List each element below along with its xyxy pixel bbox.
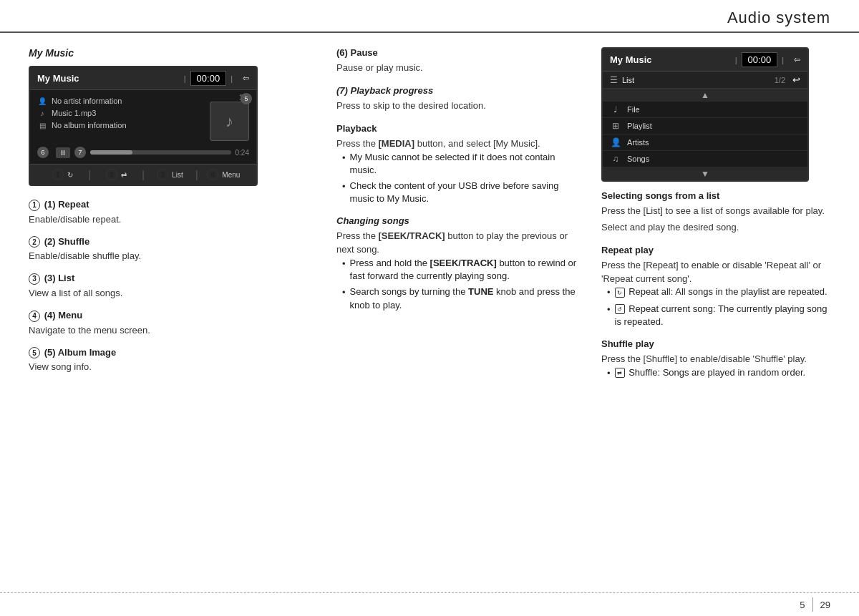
screen-footer: 1 ↻ | 2 ⇄ | 3 List | 4 Menu xyxy=(30,164,256,185)
screen-sep2: | xyxy=(230,74,233,83)
page-header: Audio system xyxy=(0,0,859,33)
artist-row: 👤 No artist information xyxy=(37,96,203,106)
list-label: List xyxy=(172,171,183,179)
item-list-heading: 3 (3) List xyxy=(29,273,315,285)
my-music-section-title: My Music xyxy=(29,47,315,59)
list-scroll-down[interactable]: ▼ xyxy=(603,167,807,180)
changing-songs-heading: Changing songs xyxy=(336,215,580,226)
num3-label: 3 xyxy=(157,169,168,180)
changing-bullet2: • Search songs by turning the TUNE knob … xyxy=(336,285,580,311)
repeat-play-heading: Repeat play xyxy=(601,245,830,255)
footer-num3[interactable]: 3 List xyxy=(145,169,195,180)
list-header-back-icon[interactable]: ↩ xyxy=(792,74,800,85)
album-art-note-icon: ♪ xyxy=(225,112,233,131)
playback-heading: Playback xyxy=(336,123,580,134)
footer-chapter: 5 xyxy=(800,600,805,610)
screen-time: 00:00 xyxy=(190,71,227,86)
num4-label: 4 xyxy=(207,169,218,180)
progress-bar-fill xyxy=(90,150,132,155)
media-bold: [MEDIA] xyxy=(379,138,415,149)
item-menu-heading: 4 (4) Menu xyxy=(29,310,315,322)
seek-bold: [SEEK/TRACK] xyxy=(379,230,445,241)
item-repeat-text: Enable/disable repeat. xyxy=(29,213,315,226)
seek-bold2: [SEEK/TRACK] xyxy=(430,258,497,268)
no-album-text: No album information xyxy=(52,121,127,129)
shuffle-icon: ⇄ xyxy=(615,368,625,378)
progress-area: 6 ⏸ 7 0:24 xyxy=(37,147,249,158)
list-screen-header: My Music | 00:00 | ⇦ xyxy=(603,49,807,72)
repeat-all-icon: ↻ xyxy=(615,288,625,298)
repeat-current-icon: ↺ xyxy=(615,304,625,314)
list-item-artists[interactable]: 👤 Artists xyxy=(603,135,807,151)
item-album-text: View song info. xyxy=(29,361,315,373)
changing-bullet1: • Press and hold the [SEEK/TRACK] button… xyxy=(336,257,580,283)
repeat-play-intro: Press the [Repeat] to enable or disable … xyxy=(601,259,830,286)
repeat-icon: ↻ xyxy=(67,171,73,179)
screen-header: My Music | 00:00 | ⇦ xyxy=(30,67,256,90)
item-menu-text: Navigate to the menu screen. xyxy=(29,324,315,337)
item-repeat-heading: 1 (1) Repeat xyxy=(29,199,315,211)
item-repeat: 1 (1) Repeat Enable/disable repeat. xyxy=(29,199,315,226)
list-item-playlist[interactable]: ⊞ Playlist xyxy=(603,118,807,135)
bullet-dot4: • xyxy=(342,286,346,311)
list-screen: My Music | 00:00 | ⇦ ☰ List 1/2 ↩ ▲ ♩ Fi… xyxy=(601,47,809,182)
section-pause: (6) Pause Pause or play music. xyxy=(336,47,580,75)
progress-time: 0:24 xyxy=(236,149,249,157)
changing-songs-intro: Press the [SEEK/TRACK] button to play th… xyxy=(336,230,580,257)
music-screen: My Music | 00:00 | ⇦ 1/8 👤 No artist inf… xyxy=(29,66,258,186)
pause-heading: (6) Pause xyxy=(336,47,580,58)
item-album: 5 (5) Album Image View song info. xyxy=(29,347,315,374)
list-screen-sep: | xyxy=(735,56,737,64)
playback-bullet1-text: My Music cannot be selected if it does n… xyxy=(350,151,580,177)
playback-intro: Press the [MEDIA] button, and select [My… xyxy=(336,137,580,151)
artists-label: Artists xyxy=(627,138,800,147)
section-selecting-songs: Selecting songs from a list Press the [L… xyxy=(601,190,830,235)
list-icon: ☰ xyxy=(610,75,618,85)
footer-num4[interactable]: 4 Menu xyxy=(198,169,249,180)
repeat-bullet-dot1: • xyxy=(607,286,611,299)
selecting-songs-text2: Select and play the desired song. xyxy=(601,221,830,235)
playback-bullet1: • My Music cannot be selected if it does… xyxy=(336,151,580,177)
track-info: 👤 No artist information ♪ Music 1.mp3 ▤ … xyxy=(37,96,249,141)
pause-button[interactable]: ⏸ xyxy=(56,147,70,158)
repeat-bullet-dot2: • xyxy=(607,303,611,328)
footer-divider xyxy=(812,597,813,612)
shuffle-bullet1-text: ⇄ Shuffle: Songs are played in random or… xyxy=(615,366,806,380)
music-icon: ♪ xyxy=(37,108,47,118)
list-item-file[interactable]: ♩ File xyxy=(603,102,807,118)
section-playback: Playback Press the [MEDIA] button, and s… xyxy=(336,123,580,206)
playlist-icon: ⊞ xyxy=(610,121,621,131)
footer-page: 29 xyxy=(820,600,830,610)
num1-label: 1 xyxy=(52,169,64,180)
item-shuffle-heading: 2 (2) Shuffle xyxy=(29,236,315,248)
tune-bold: TUNE xyxy=(468,286,493,297)
selecting-songs-heading: Selecting songs from a list xyxy=(601,190,830,201)
main-content: My Music My Music | 00:00 | ⇦ 1/8 👤 No a… xyxy=(0,33,859,390)
repeat-bullet1: • ↻ Repeat all: All songs in the playlis… xyxy=(601,285,830,299)
playback-bullet2: • Check the content of your USB drive be… xyxy=(336,180,580,205)
album-art-container: ♪ 5 xyxy=(210,96,249,141)
left-column: My Music My Music | 00:00 | ⇦ 1/8 👤 No a… xyxy=(29,47,329,390)
section-repeat-play: Repeat play Press the [Repeat] to enable… xyxy=(601,245,830,328)
progress-badge: 7 xyxy=(74,147,86,158)
songs-icon: ♫ xyxy=(610,154,621,164)
list-header-label: List xyxy=(622,76,775,84)
track-name-row: ♪ Music 1.mp3 xyxy=(37,108,203,118)
shuffle-play-heading: Shuffle play xyxy=(601,338,830,349)
album-badge: 5 xyxy=(241,93,252,104)
footer-num2: 2 ⇄ xyxy=(91,169,142,180)
album-art: ♪ xyxy=(210,102,249,141)
item-shuffle: 2 (2) Shuffle Enable/disable shuffle pla… xyxy=(29,236,315,263)
repeat-bullet2: • ↺ Repeat current song: The currently p… xyxy=(601,303,830,328)
artist-icon: 👤 xyxy=(37,96,47,106)
progress-bar[interactable] xyxy=(90,150,231,155)
list-scroll-up[interactable]: ▲ xyxy=(603,89,807,102)
item-album-heading: 5 (5) Album Image xyxy=(29,347,315,359)
screen-back-icon: ⇦ xyxy=(243,74,249,83)
footer-num1: 1 ↻ xyxy=(37,169,88,180)
item-menu: 4 (4) Menu Navigate to the menu screen. xyxy=(29,310,315,337)
shuffle-play-intro: Press the [Shuffle] to enable/disable 'S… xyxy=(601,353,830,366)
page-footer: 5 29 xyxy=(0,592,859,616)
playback-progress-heading: (7) Playback progress xyxy=(336,85,580,96)
list-item-songs[interactable]: ♫ Songs xyxy=(603,151,807,167)
